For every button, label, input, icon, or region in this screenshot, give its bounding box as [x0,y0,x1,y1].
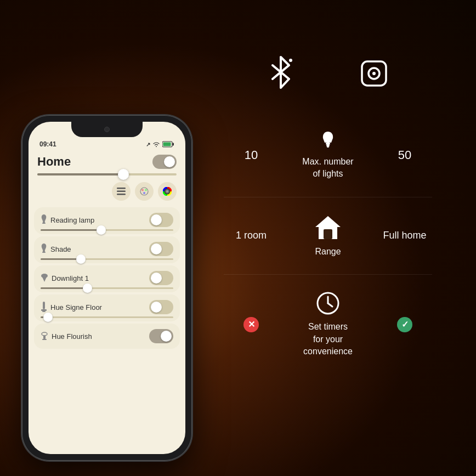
notch-camera [104,127,110,132]
bulb-icon [322,131,334,150]
max-lights-row: 10 Max. numberof lights 50 [213,114,443,197]
bluetooth-range: 1 room [224,230,279,241]
svg-point-9 [143,192,145,194]
slider-thumb [76,254,86,264]
toggle-knob [164,156,175,167]
svg-point-21 [42,332,47,336]
slider-fill [41,229,100,231]
icon-row-top [213,44,443,114]
svg-rect-16 [42,252,46,253]
max-lights-label: Max. numberof lights [302,156,353,180]
light-slider[interactable] [41,258,173,260]
list-item: Reading lamp [34,207,180,234]
home-title: Home [37,155,71,169]
light-item-row: Hue Signe Floor [41,300,173,314]
brightness-thumb [118,169,129,180]
light-toggle[interactable] [149,213,173,227]
svg-point-8 [145,189,147,191]
light-item-row: Downlight 1 [41,271,173,285]
light-name: Hue Flourish [41,332,92,341]
bluetooth-timer-status: ✕ [224,317,279,332]
light-toggle[interactable] [149,329,173,343]
bridge-icon-block [358,57,390,90]
light-list: Reading lamp [29,205,185,351]
bluetooth-icon-block [266,55,296,92]
phone-screen: 09:41 ↗ [29,122,185,454]
svg-rect-18 [43,302,45,309]
svg-point-27 [372,72,376,75]
palette-tab-button[interactable] [135,182,154,201]
x-icon: ✕ [243,317,259,332]
list-item: Downlight 1 [34,265,180,292]
range-row: 1 room Range Full home [213,197,443,274]
svg-rect-1 [173,143,174,146]
svg-point-7 [141,189,144,191]
light-slider[interactable] [41,287,173,289]
svg-rect-2 [163,143,171,146]
light-slider[interactable] [41,316,173,318]
range-center: Range [279,214,377,258]
light-item-row: Hue Flourish [41,329,173,343]
light-slider[interactable] [41,229,173,231]
svg-rect-15 [43,250,45,252]
light-name: Downlight 1 [41,274,89,282]
light-toggle[interactable] [149,300,173,314]
range-label: Range [315,246,341,258]
home-brightness-slider[interactable] [37,173,177,175]
info-panel: 10 Max. numberof lights 50 1 room Range … [213,44,443,443]
light-toggle[interactable] [149,271,173,285]
bluetooth-lights-count: 10 [224,148,279,162]
tab-icons [29,180,185,205]
svg-rect-28 [326,143,330,145]
bridge-lights-count: 50 [377,148,432,162]
wifi-icon [152,141,160,147]
home-toggle[interactable] [152,155,177,169]
svg-rect-20 [42,311,46,312]
svg-rect-3 [117,188,126,189]
check-icon: ✓ [397,317,412,332]
battery-icon [162,141,174,148]
color-tab-button[interactable] [158,182,177,201]
phone-mockup: 09:41 ↗ [22,115,192,455]
svg-rect-14 [42,223,46,224]
light-toggle[interactable] [149,242,173,256]
phone-notch [71,122,143,137]
slider-thumb [43,313,53,322]
list-item: Hue Signe Floor [34,294,180,321]
max-lights-center: Max. numberof lights [279,131,377,180]
bridge-range: Full home [377,230,432,241]
location-icon: ↗ [146,141,150,148]
status-bar: 09:41 ↗ [29,137,185,150]
slider-thumb [97,225,106,235]
clock-icon [316,291,340,315]
svg-line-35 [328,303,332,307]
svg-rect-29 [326,145,330,146]
toggle-knob [151,302,162,313]
light-name: Shade [41,243,71,254]
bridge-icon [358,57,390,90]
bluetooth-icon [266,55,296,92]
svg-rect-13 [43,221,45,223]
toggle-knob [151,214,162,225]
house-icon [314,214,342,240]
svg-rect-5 [117,194,126,195]
svg-rect-32 [324,229,332,239]
phone-outer: 09:41 ↗ [22,115,192,461]
svg-point-24 [289,59,292,62]
list-tab-button[interactable] [112,182,131,201]
timers-row: ✕ Set timersfor yourconvenience ✓ [213,275,443,374]
slider-thumb [83,284,92,293]
slider-fill [41,258,81,260]
light-name: Hue Signe Floor [41,302,102,313]
svg-rect-23 [42,339,47,340]
brightness-fill [37,173,121,175]
svg-rect-22 [43,336,46,339]
light-item-row: Shade [41,242,173,256]
light-item-row: Reading lamp [41,213,173,227]
list-item: Hue Flourish [34,324,180,349]
timers-center: Set timersfor yourconvenience [279,291,377,358]
svg-rect-4 [117,191,126,192]
light-name: Reading lamp [41,214,94,225]
toggle-knob [151,243,162,254]
list-item: Shade [34,236,180,263]
